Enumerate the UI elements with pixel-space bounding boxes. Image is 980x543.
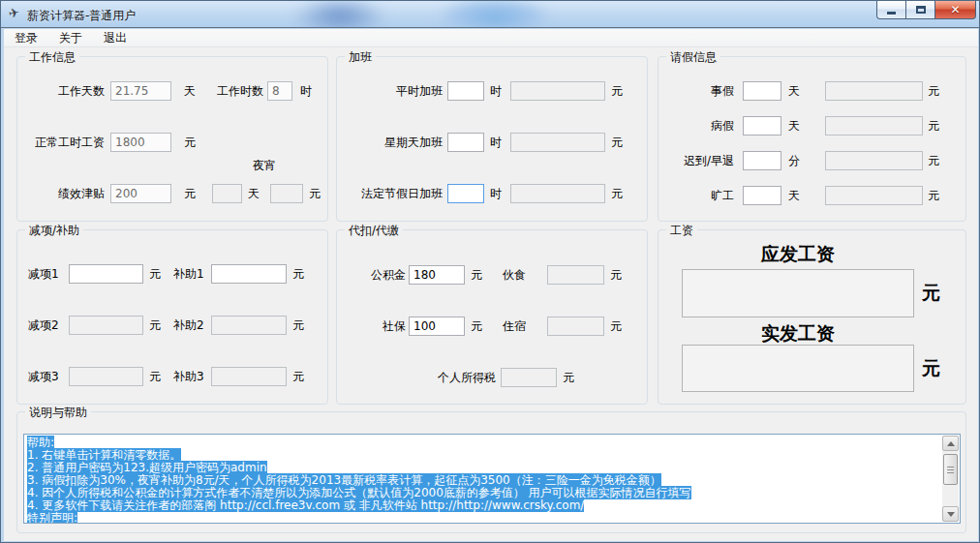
- work-days-label: 工作天数: [25, 83, 105, 99]
- scroll-down-button[interactable]: [942, 506, 959, 522]
- amount-unit: 元: [610, 267, 622, 283]
- amount-unit: 元: [563, 370, 574, 385]
- net-pay-output: [682, 345, 914, 392]
- personal-leave-input[interactable]: [743, 81, 781, 101]
- minimize-icon: [887, 12, 896, 15]
- lodging-label: 住宿: [503, 318, 526, 334]
- income-tax-label: 个人所得税: [399, 370, 496, 385]
- absence-input[interactable]: [743, 186, 781, 205]
- performance-label: 绩效津贴: [25, 186, 105, 201]
- night-snack-label: 夜宵: [253, 158, 276, 173]
- deduction3-label: 减项3: [28, 369, 59, 384]
- group-title: 说明与帮助: [25, 405, 91, 421]
- group-help: 说明与帮助 帮助: 1. 右键单击计算和清零数据。 2. 普通用户密码为123.…: [16, 411, 966, 533]
- overtime-weekday-amount-output: [510, 81, 605, 101]
- days-unit: 天: [788, 83, 800, 99]
- overtime-sunday-amount-output: [510, 133, 605, 152]
- late-early-input[interactable]: [743, 151, 781, 170]
- work-hours-label: 工作时数: [209, 83, 263, 99]
- overtime-holiday-amount-output: [510, 184, 605, 203]
- overtime-sunday-label: 星期天加班: [339, 135, 443, 150]
- minimize-button[interactable]: [876, 1, 906, 19]
- overtime-weekday-label: 平时加班: [339, 83, 443, 99]
- group-work-info: 工作信息 工作天数 天 工作时数 时 正常工时工资 元 夜宵 绩效津贴 元 天 …: [16, 56, 328, 222]
- performance-input: [110, 184, 171, 203]
- subsidy2-input: [211, 316, 287, 335]
- amount-unit: 元: [292, 317, 304, 333]
- amount-unit: 元: [471, 267, 482, 283]
- absence-amount-output: [825, 186, 923, 205]
- work-hours-input: [267, 81, 292, 101]
- amount-unit: 元: [928, 83, 939, 99]
- group-title: 加班: [345, 49, 376, 66]
- sick-leave-input[interactable]: [743, 116, 781, 136]
- net-pay-label: 实发工资: [682, 321, 914, 347]
- night-snack-amount-input: [270, 184, 303, 203]
- scrollbar-thumb[interactable]: [943, 454, 958, 485]
- close-button[interactable]: ✕: [934, 1, 976, 19]
- housing-fund-input[interactable]: [409, 265, 465, 285]
- night-snack-days-unit: 天: [248, 186, 260, 201]
- late-early-label: 迟到/早退: [658, 153, 734, 168]
- menu-login[interactable]: 登录: [4, 28, 48, 48]
- scroll-up-button[interactable]: [942, 436, 959, 451]
- amount-unit: 元: [471, 318, 482, 334]
- group-title: 代扣/代缴: [345, 223, 403, 239]
- client-area: 工作信息 工作天数 天 工作时数 时 正常工时工资 元 夜宵 绩效津贴 元 天 …: [4, 47, 978, 541]
- gross-pay-output: [682, 269, 914, 317]
- hours-unit: 时: [490, 83, 502, 99]
- work-days-unit: 天: [184, 83, 196, 99]
- app-window: ✈ 薪资计算器-普通用户 ✕ 登录 关于 退出 工作信息 工作天数 天 工作时数…: [0, 0, 980, 543]
- overtime-sunday-hours-input[interactable]: [447, 133, 484, 152]
- sick-leave-amount-output: [825, 116, 923, 136]
- amount-unit: 元: [149, 317, 161, 333]
- amount-unit: 元: [928, 118, 939, 134]
- close-icon: ✕: [950, 3, 960, 16]
- group-leave-info: 请假信息 事假 天 元 病假 天 元 迟到/早退 分 元 旷工 天 元: [658, 56, 966, 222]
- arrow-up-icon: [947, 441, 955, 446]
- work-days-input: [110, 81, 171, 101]
- group-title: 请假信息: [666, 49, 720, 66]
- menu-about[interactable]: 关于: [48, 28, 93, 48]
- absence-label: 旷工: [658, 188, 734, 203]
- normal-wage-input: [110, 133, 171, 152]
- subsidy1-label: 补助1: [173, 266, 204, 282]
- hours-unit: 时: [490, 186, 502, 201]
- night-snack-days-input: [212, 184, 242, 203]
- help-line: 特别声明:: [24, 512, 960, 524]
- menu-exit[interactable]: 退出: [93, 28, 138, 48]
- meals-input: [547, 265, 604, 285]
- amount-unit: 元: [149, 369, 161, 384]
- overtime-weekday-hours-input[interactable]: [447, 81, 484, 101]
- help-textarea[interactable]: 帮助: 1. 右键单击计算和清零数据。 2. 普通用户密码为123.超级用户密码…: [23, 434, 961, 524]
- aero-glass-decoration: [417, 1, 572, 28]
- window-title: 薪资计算器-普通用户: [27, 8, 136, 24]
- amount-unit: 元: [928, 153, 939, 168]
- late-early-amount-output: [825, 151, 923, 170]
- deduction1-label: 减项1: [28, 266, 59, 282]
- work-hours-unit: 时: [300, 83, 312, 99]
- amount-unit: 元: [928, 188, 939, 203]
- amount-unit: 元: [292, 369, 304, 384]
- help-line: 4. 更多软件下载请关注作者的部落阁 http://ccl.free3v.com…: [24, 499, 960, 512]
- personal-leave-amount-output: [825, 81, 923, 101]
- maximize-button[interactable]: [905, 1, 935, 19]
- deduction2-input: [69, 316, 143, 335]
- deduction1-input[interactable]: [69, 264, 143, 284]
- normal-wage-label: 正常工时工资: [23, 135, 105, 150]
- deduction3-input: [69, 367, 143, 386]
- window-controls: ✕: [877, 1, 976, 19]
- vertical-scrollbar[interactable]: [942, 436, 959, 522]
- days-unit: 天: [788, 118, 800, 134]
- income-tax-output: [501, 368, 557, 387]
- menu-bar: 登录 关于 退出: [4, 29, 978, 47]
- group-overtime: 加班 平时加班 时 元 星期天加班 时 元 法定节假日加班 时 元: [336, 56, 648, 222]
- group-title: 工作信息: [25, 49, 79, 66]
- amount-unit: 元: [610, 318, 622, 334]
- overtime-holiday-hours-input[interactable]: [447, 184, 484, 203]
- sick-leave-label: 病假: [658, 118, 734, 134]
- social-security-input[interactable]: [409, 317, 465, 336]
- hours-unit: 时: [490, 135, 502, 150]
- subsidy1-input[interactable]: [211, 264, 287, 284]
- minutes-unit: 分: [788, 153, 800, 168]
